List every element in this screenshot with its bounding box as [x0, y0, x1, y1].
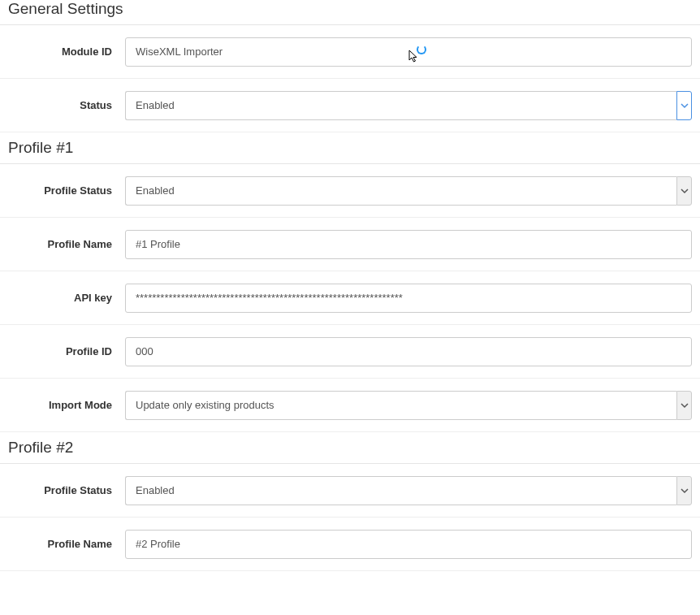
profile1-status-select[interactable]: Enabled — [125, 176, 676, 206]
status-label: Status — [8, 99, 125, 111]
profile1-import-mode-select[interactable]: Update only existing products — [125, 391, 676, 420]
profile1-heading: Profile #1 — [0, 132, 700, 164]
profile1-status-row: Profile Status Enabled — [0, 164, 700, 218]
profile2-name-label: Profile Name — [8, 538, 125, 550]
profile1-import-mode-label: Import Mode — [8, 399, 125, 411]
profile2-name-row: Profile Name — [0, 518, 700, 571]
profile1-id-row: Profile ID — [0, 325, 700, 379]
profile1-apikey-row: API key — [0, 271, 700, 325]
profile1-name-row: Profile Name — [0, 218, 700, 271]
chevron-down-icon[interactable] — [676, 391, 692, 420]
profile1-apikey-input[interactable] — [125, 284, 692, 313]
status-select[interactable]: Enabled — [125, 91, 676, 120]
profile2-heading: Profile #2 — [0, 432, 700, 464]
profile1-apikey-label: API key — [8, 292, 125, 304]
profile2-status-label: Profile Status — [8, 484, 125, 496]
chevron-down-icon[interactable] — [676, 91, 692, 120]
profile1-name-label: Profile Name — [8, 238, 125, 250]
chevron-down-icon[interactable] — [676, 176, 692, 206]
module-id-row: Module ID — [0, 25, 700, 79]
general-settings-heading: General Settings — [0, 0, 700, 25]
profile1-id-input[interactable] — [125, 337, 692, 366]
status-row: Status Enabled — [0, 79, 700, 132]
module-id-label: Module ID — [8, 45, 125, 58]
profile1-import-mode-row: Import Mode Update only existing product… — [0, 379, 700, 432]
profile2-name-input[interactable] — [125, 530, 692, 559]
profile1-status-label: Profile Status — [8, 184, 125, 197]
profile1-id-label: Profile ID — [8, 345, 125, 357]
profile1-name-input[interactable] — [125, 230, 692, 259]
profile2-status-select[interactable]: Enabled — [125, 476, 676, 505]
chevron-down-icon[interactable] — [676, 476, 692, 505]
profile2-status-row: Profile Status Enabled — [0, 464, 700, 518]
module-id-input[interactable] — [125, 37, 692, 67]
